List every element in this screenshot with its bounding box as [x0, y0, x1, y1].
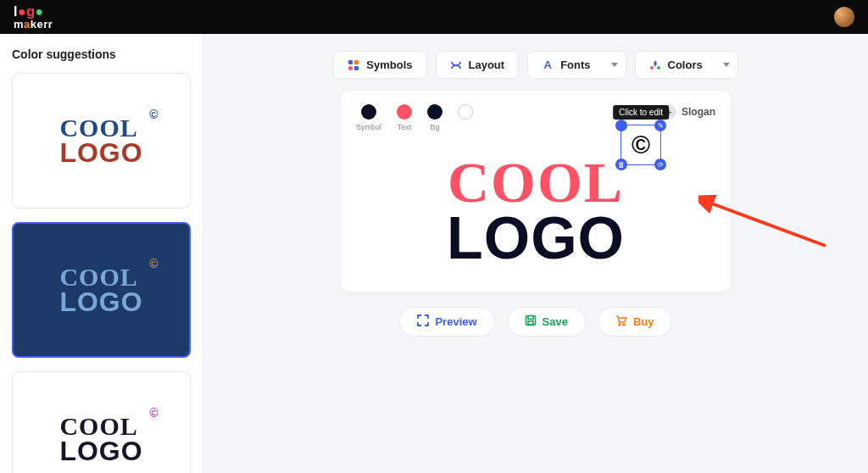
- add-slogan-button[interactable]: + Slogan: [661, 104, 715, 120]
- button-label: Colors: [668, 58, 703, 71]
- svg-rect-7: [526, 316, 535, 326]
- logo-line2[interactable]: LOGO: [447, 210, 625, 267]
- brand-char: ●: [18, 4, 26, 19]
- color-suggestion[interactable]: © COOL LOGO: [12, 73, 191, 209]
- fonts-icon: A: [542, 59, 554, 71]
- swatch-bg[interactable]: Bg: [427, 104, 442, 131]
- fonts-dropdown: A Fonts: [527, 51, 626, 79]
- button-label: Buy: [633, 315, 654, 328]
- fonts-button[interactable]: A Fonts: [527, 51, 604, 79]
- button-label: Layout: [469, 58, 505, 71]
- save-button[interactable]: Save: [507, 307, 586, 337]
- swatch-circle: [361, 104, 376, 120]
- suggestion-line1: COOL: [59, 415, 142, 439]
- button-label: Slogan: [682, 106, 715, 118]
- colors-icon: [649, 59, 661, 71]
- main: Color suggestions © COOL LOGO © COOL LOG…: [0, 34, 868, 473]
- button-label: Preview: [435, 315, 476, 328]
- colors-dropdown: Colors: [635, 51, 738, 79]
- cart-icon: [615, 314, 627, 329]
- brand-char: ●: [35, 4, 43, 19]
- swatch-text[interactable]: Text: [397, 104, 412, 131]
- copyright-icon[interactable]: ©: [632, 131, 650, 159]
- chevron-down-icon: [723, 63, 730, 67]
- suggestion-line1: COOL: [59, 116, 142, 141]
- toolbar: Symbols Layout A Fonts: [333, 51, 737, 79]
- sidebar: Color suggestions © COOL LOGO © COOL LOG…: [0, 34, 203, 473]
- swatch-symbol[interactable]: Symbol: [356, 104, 381, 131]
- svg-rect-2: [348, 66, 353, 70]
- swatch-none[interactable]: [458, 104, 473, 120]
- swatch-label: Bg: [431, 123, 440, 131]
- rotate-handle[interactable]: ⟳: [654, 159, 666, 170]
- svg-rect-8: [528, 321, 533, 325]
- button-label: Fonts: [560, 58, 590, 71]
- button-label: Symbols: [366, 58, 412, 71]
- symbols-icon: [348, 59, 359, 71]
- preview-button[interactable]: Preview: [399, 307, 494, 337]
- user-avatar[interactable]: [834, 7, 854, 27]
- color-suggestion[interactable]: © COOL LOGO: [12, 222, 191, 358]
- logo-stage[interactable]: COOL Click to edit © ✎ 🗑 ⟳ LOGO: [356, 155, 715, 266]
- brand-char: g: [26, 4, 35, 19]
- tooltip: Click to edit: [613, 105, 669, 120]
- swatch-label: Symbol: [356, 123, 381, 131]
- buy-button[interactable]: Buy: [598, 307, 672, 337]
- swatch-circle: [458, 104, 473, 120]
- colors-button[interactable]: Colors: [635, 51, 716, 79]
- svg-point-10: [623, 324, 625, 326]
- swatch-circle: [397, 104, 412, 120]
- top-bar: l●g● makerr: [0, 0, 868, 34]
- svg-point-4: [650, 66, 654, 70]
- svg-point-5: [657, 66, 660, 70]
- copyright-icon: ©: [149, 259, 158, 270]
- drag-handle[interactable]: [615, 120, 627, 131]
- symbols-button[interactable]: Symbols: [333, 51, 426, 79]
- expand-icon: [417, 314, 429, 329]
- save-icon: [525, 314, 537, 329]
- brand-line2: makerr: [14, 19, 53, 30]
- swatch-label: Text: [398, 123, 412, 131]
- suggestion-line2: LOGO: [59, 289, 142, 314]
- suggestion-line2: LOGO: [59, 140, 142, 165]
- button-label: Save: [542, 315, 568, 328]
- workspace: Symbols Layout A Fonts: [203, 34, 868, 473]
- editor-canvas: Symbol Text Bg + Slogan: [341, 91, 731, 292]
- copyright-icon: ©: [149, 109, 158, 120]
- swatch-circle: [427, 104, 442, 120]
- brand-logo[interactable]: l●g● makerr: [14, 5, 53, 30]
- suggestion-line1: COOL: [59, 265, 142, 290]
- layout-icon: [450, 59, 462, 71]
- sidebar-title: Color suggestions: [12, 47, 191, 61]
- bottom-actions: Preview Save Buy: [399, 307, 671, 337]
- colors-caret[interactable]: [716, 51, 738, 79]
- svg-rect-3: [354, 66, 359, 70]
- chevron-down-icon: [611, 63, 618, 67]
- svg-point-9: [619, 324, 620, 326]
- layout-button[interactable]: Layout: [436, 51, 520, 79]
- svg-rect-0: [348, 60, 353, 64]
- logo-line1[interactable]: COOL: [448, 155, 624, 210]
- svg-rect-1: [354, 60, 359, 64]
- suggestion-line2: LOGO: [59, 438, 142, 464]
- color-suggestion[interactable]: © COOL LOGO: [12, 371, 191, 473]
- copyright-icon: ©: [149, 408, 158, 419]
- delete-handle[interactable]: 🗑: [615, 159, 627, 170]
- symbol-selection[interactable]: Click to edit © ✎ 🗑 ⟳: [620, 125, 661, 165]
- fonts-caret[interactable]: [604, 51, 626, 79]
